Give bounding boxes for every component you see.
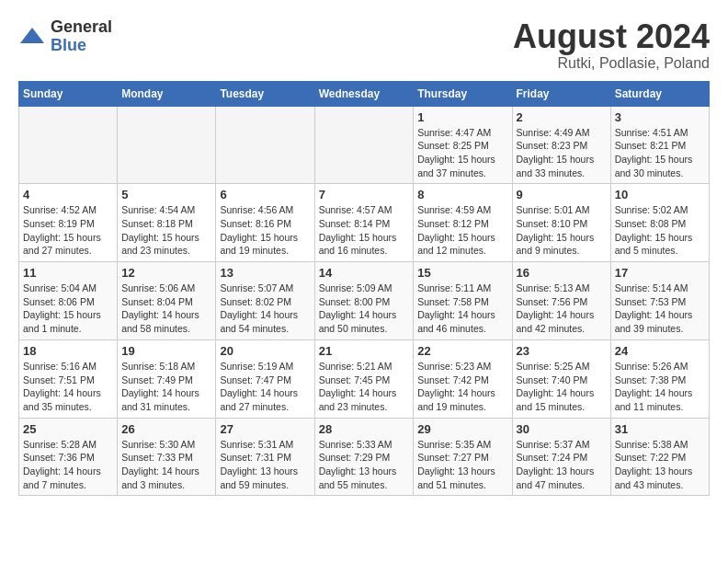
- weekday-header: Wednesday: [314, 81, 414, 106]
- calendar-cell: 24Sunrise: 5:26 AM Sunset: 7:38 PM Dayli…: [610, 339, 709, 418]
- day-number: 16: [517, 266, 607, 280]
- main-title: August 2024: [513, 18, 710, 55]
- day-info: Sunrise: 5:13 AM Sunset: 7:56 PM Dayligh…: [517, 282, 607, 336]
- day-info: Sunrise: 4:52 AM Sunset: 8:19 PM Dayligh…: [23, 203, 113, 258]
- calendar-cell: 3Sunrise: 4:51 AM Sunset: 8:21 PM Daylig…: [610, 106, 709, 184]
- calendar-table: SundayMondayTuesdayWednesdayThursdayFrid…: [18, 81, 710, 497]
- day-info: Sunrise: 5:31 AM Sunset: 7:31 PM Dayligh…: [220, 438, 310, 492]
- calendar-week-row: 11Sunrise: 5:04 AM Sunset: 8:06 PM Dayli…: [19, 262, 710, 340]
- day-info: Sunrise: 5:19 AM Sunset: 7:47 PM Dayligh…: [220, 360, 310, 414]
- day-info: Sunrise: 4:49 AM Sunset: 8:23 PM Dayligh…: [517, 126, 607, 180]
- day-info: Sunrise: 5:26 AM Sunset: 7:38 PM Dayligh…: [615, 360, 705, 414]
- subtitle: Rutki, Podlasie, Poland: [513, 55, 710, 72]
- day-number: 3: [615, 110, 705, 124]
- day-info: Sunrise: 4:56 AM Sunset: 8:16 PM Dayligh…: [220, 203, 310, 258]
- day-number: 18: [23, 344, 113, 358]
- calendar-cell: 26Sunrise: 5:30 AM Sunset: 7:33 PM Dayli…: [118, 418, 216, 496]
- day-info: Sunrise: 5:16 AM Sunset: 7:51 PM Dayligh…: [23, 360, 113, 414]
- calendar-cell: 11Sunrise: 5:04 AM Sunset: 8:06 PM Dayli…: [19, 262, 118, 340]
- calendar-cell: 30Sunrise: 5:37 AM Sunset: 7:24 PM Dayli…: [512, 418, 610, 496]
- day-number: 30: [517, 422, 607, 436]
- calendar-cell: 8Sunrise: 4:59 AM Sunset: 8:12 PM Daylig…: [414, 184, 512, 262]
- day-info: Sunrise: 5:28 AM Sunset: 7:36 PM Dayligh…: [23, 438, 113, 492]
- calendar-cell: 12Sunrise: 5:06 AM Sunset: 8:04 PM Dayli…: [118, 262, 216, 340]
- day-number: 7: [319, 188, 410, 201]
- day-info: Sunrise: 5:07 AM Sunset: 8:02 PM Dayligh…: [220, 282, 310, 336]
- calendar-week-row: 4Sunrise: 4:52 AM Sunset: 8:19 PM Daylig…: [19, 184, 710, 262]
- calendar-cell: 22Sunrise: 5:23 AM Sunset: 7:42 PM Dayli…: [414, 339, 512, 418]
- day-number: 23: [517, 344, 607, 358]
- calendar-cell: 27Sunrise: 5:31 AM Sunset: 7:31 PM Dayli…: [216, 418, 314, 496]
- page-header: General Blue August 2024 Rutki, Podlasie…: [18, 18, 710, 72]
- calendar-week-row: 1Sunrise: 4:47 AM Sunset: 8:25 PM Daylig…: [19, 106, 710, 184]
- logo-general: General: [51, 18, 112, 37]
- day-info: Sunrise: 5:25 AM Sunset: 7:40 PM Dayligh…: [517, 360, 607, 414]
- day-info: Sunrise: 5:18 AM Sunset: 7:49 PM Dayligh…: [121, 360, 211, 414]
- calendar-cell: 19Sunrise: 5:18 AM Sunset: 7:49 PM Dayli…: [118, 339, 216, 418]
- logo-text: General Blue: [51, 18, 112, 55]
- calendar-cell: 29Sunrise: 5:35 AM Sunset: 7:27 PM Dayli…: [414, 418, 512, 496]
- weekday-row: SundayMondayTuesdayWednesdayThursdayFrid…: [19, 81, 710, 106]
- day-number: 22: [417, 344, 507, 358]
- calendar-cell: 6Sunrise: 4:56 AM Sunset: 8:16 PM Daylig…: [216, 184, 314, 262]
- weekday-header: Sunday: [19, 81, 118, 106]
- calendar-cell: 14Sunrise: 5:09 AM Sunset: 8:00 PM Dayli…: [314, 262, 414, 340]
- day-number: 31: [615, 422, 705, 436]
- day-info: Sunrise: 5:38 AM Sunset: 7:22 PM Dayligh…: [615, 438, 705, 492]
- calendar-cell: [19, 106, 118, 184]
- calendar-cell: 28Sunrise: 5:33 AM Sunset: 7:29 PM Dayli…: [314, 418, 414, 496]
- weekday-header: Monday: [118, 81, 216, 106]
- day-info: Sunrise: 5:33 AM Sunset: 7:29 PM Dayligh…: [319, 438, 410, 492]
- calendar-cell: 20Sunrise: 5:19 AM Sunset: 7:47 PM Dayli…: [216, 339, 314, 418]
- weekday-header: Tuesday: [216, 81, 314, 106]
- title-block: August 2024 Rutki, Podlasie, Poland: [513, 18, 710, 72]
- day-number: 5: [121, 188, 211, 201]
- calendar-cell: 7Sunrise: 4:57 AM Sunset: 8:14 PM Daylig…: [314, 184, 414, 262]
- day-info: Sunrise: 5:37 AM Sunset: 7:24 PM Dayligh…: [517, 438, 607, 492]
- day-number: 6: [220, 188, 310, 201]
- day-number: 8: [417, 188, 507, 201]
- day-info: Sunrise: 5:21 AM Sunset: 7:45 PM Dayligh…: [319, 360, 410, 414]
- day-number: 11: [23, 266, 113, 280]
- calendar-cell: 31Sunrise: 5:38 AM Sunset: 7:22 PM Dayli…: [610, 418, 709, 496]
- day-info: Sunrise: 5:35 AM Sunset: 7:27 PM Dayligh…: [417, 438, 507, 492]
- calendar-cell: 5Sunrise: 4:54 AM Sunset: 8:18 PM Daylig…: [118, 184, 216, 262]
- day-number: 25: [23, 422, 113, 436]
- calendar-week-row: 18Sunrise: 5:16 AM Sunset: 7:51 PM Dayli…: [19, 339, 710, 418]
- calendar-cell: 9Sunrise: 5:01 AM Sunset: 8:10 PM Daylig…: [512, 184, 610, 262]
- day-info: Sunrise: 4:59 AM Sunset: 8:12 PM Dayligh…: [417, 203, 507, 258]
- day-info: Sunrise: 5:02 AM Sunset: 8:08 PM Dayligh…: [615, 203, 705, 258]
- calendar-cell: 23Sunrise: 5:25 AM Sunset: 7:40 PM Dayli…: [512, 339, 610, 418]
- calendar-cell: 13Sunrise: 5:07 AM Sunset: 8:02 PM Dayli…: [216, 262, 314, 340]
- calendar-cell: 2Sunrise: 4:49 AM Sunset: 8:23 PM Daylig…: [512, 106, 610, 184]
- calendar-cell: 17Sunrise: 5:14 AM Sunset: 7:53 PM Dayli…: [610, 262, 709, 340]
- day-info: Sunrise: 5:11 AM Sunset: 7:58 PM Dayligh…: [417, 282, 507, 336]
- calendar-cell: 25Sunrise: 5:28 AM Sunset: 7:36 PM Dayli…: [19, 418, 118, 496]
- logo-icon: [18, 23, 46, 51]
- day-number: 2: [517, 110, 607, 124]
- day-info: Sunrise: 5:01 AM Sunset: 8:10 PM Dayligh…: [517, 203, 607, 258]
- calendar-header: SundayMondayTuesdayWednesdayThursdayFrid…: [19, 81, 710, 106]
- logo: General Blue: [18, 18, 112, 55]
- svg-marker-0: [20, 28, 44, 43]
- day-info: Sunrise: 5:04 AM Sunset: 8:06 PM Dayligh…: [23, 282, 113, 336]
- calendar-cell: [118, 106, 216, 184]
- day-number: 17: [615, 266, 705, 280]
- day-info: Sunrise: 4:57 AM Sunset: 8:14 PM Dayligh…: [319, 203, 410, 258]
- day-number: 12: [121, 266, 211, 280]
- day-number: 21: [319, 344, 410, 358]
- calendar-cell: 4Sunrise: 4:52 AM Sunset: 8:19 PM Daylig…: [19, 184, 118, 262]
- calendar-cell: 21Sunrise: 5:21 AM Sunset: 7:45 PM Dayli…: [314, 339, 414, 418]
- day-info: Sunrise: 5:23 AM Sunset: 7:42 PM Dayligh…: [417, 360, 507, 414]
- calendar-cell: 10Sunrise: 5:02 AM Sunset: 8:08 PM Dayli…: [610, 184, 709, 262]
- day-number: 19: [121, 344, 211, 358]
- weekday-header: Friday: [512, 81, 610, 106]
- day-number: 4: [23, 188, 113, 201]
- calendar-cell: 16Sunrise: 5:13 AM Sunset: 7:56 PM Dayli…: [512, 262, 610, 340]
- day-info: Sunrise: 5:14 AM Sunset: 7:53 PM Dayligh…: [615, 282, 705, 336]
- weekday-header: Saturday: [610, 81, 709, 106]
- day-number: 13: [220, 266, 310, 280]
- day-info: Sunrise: 5:09 AM Sunset: 8:00 PM Dayligh…: [319, 282, 410, 336]
- day-info: Sunrise: 5:06 AM Sunset: 8:04 PM Dayligh…: [121, 282, 211, 336]
- day-info: Sunrise: 4:54 AM Sunset: 8:18 PM Dayligh…: [121, 203, 211, 258]
